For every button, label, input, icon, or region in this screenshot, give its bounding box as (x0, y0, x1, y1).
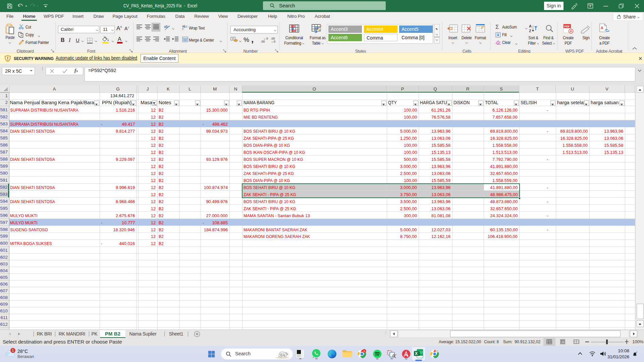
svg-text:PDF: PDF (564, 25, 570, 28)
svg-text:Z: Z (529, 29, 531, 33)
svg-text:c: c (182, 27, 184, 30)
svg-text:→0: →0 (271, 40, 275, 43)
svg-text:8: 8 (364, 350, 365, 353)
svg-text:X: X (415, 351, 418, 356)
svg-text:z: z (636, 351, 637, 353)
svg-text:A: A (601, 26, 603, 30)
svg-text:.00: .00 (261, 40, 265, 43)
svg-text:A: A (529, 24, 532, 28)
